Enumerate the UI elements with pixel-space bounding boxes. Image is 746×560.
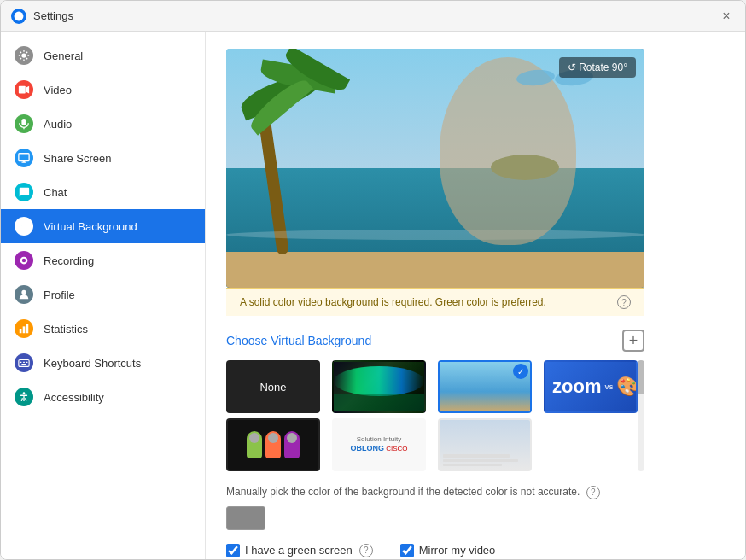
scrollbar-thumb: [638, 360, 644, 394]
cisco-text: Solution IntuityOBLONG CISCO: [350, 435, 407, 454]
green-screen-help-icon[interactable]: ?: [359, 544, 373, 557]
gear-icon: [15, 46, 33, 65]
sidebar-item-profile[interactable]: Profile: [1, 277, 205, 312]
sidebar-label-profile: Profile: [44, 289, 75, 301]
cartoon-fig-1: [247, 431, 262, 458]
sidebar-item-audio[interactable]: Audio: [1, 107, 205, 141]
sidebar-item-share-screen[interactable]: Share Screen: [1, 141, 205, 175]
green-screen-label: I have a green screen: [245, 544, 353, 557]
svg-marker-3: [26, 86, 30, 94]
rotate-button[interactable]: ↺ Rotate 90°: [559, 57, 636, 78]
svg-rect-6: [19, 154, 29, 161]
green-screen-checkbox-label[interactable]: I have a green screen ?: [226, 544, 373, 557]
svg-point-22: [23, 392, 26, 394]
close-button[interactable]: ×: [718, 8, 735, 25]
backgrounds-scrollbar[interactable]: [638, 360, 644, 471]
video-preview: ↺ Rotate 90°: [226, 49, 644, 288]
svg-point-1: [21, 53, 26, 57]
section-header: Choose Virtual Background +: [226, 330, 644, 352]
svg-rect-20: [26, 362, 28, 363]
zoom-bg-content: zoom vs 🎨: [545, 362, 636, 411]
mirror-video-checkbox-label[interactable]: Mirror my video: [400, 544, 496, 557]
main-content: ↺ Rotate 90° A solid color video backgro…: [206, 32, 745, 559]
color-pick-section: Manually pick the color of the backgroun…: [226, 485, 644, 530]
aurora-ground: [334, 394, 424, 411]
svg-point-13: [21, 290, 26, 295]
sidebar-item-chat[interactable]: Chat: [1, 175, 205, 209]
sidebar-item-recording[interactable]: Recording: [1, 243, 205, 277]
sidebar-label-statistics: Statistics: [44, 323, 88, 335]
cartoon-content: [228, 420, 318, 470]
cartoon-figures: [247, 431, 300, 458]
sidebar-label-recording: Recording: [44, 254, 94, 267]
sidebar-label-keyboard-shortcuts: Keyboard Shortcuts: [44, 357, 141, 370]
color-pick-help-icon[interactable]: ?: [586, 486, 600, 499]
app-icon: [11, 9, 26, 24]
sidebar-item-general[interactable]: General: [1, 38, 205, 73]
virtual-bg-icon: [15, 217, 33, 236]
profile-icon: [15, 285, 33, 304]
cartoon-fig-3: [284, 431, 300, 458]
svg-rect-9: [19, 222, 29, 231]
background-cartoon[interactable]: [226, 418, 320, 471]
slack-icon: 🎨: [616, 376, 638, 398]
sidebar: General Video Audio Share Screen: [1, 32, 206, 559]
sidebar-label-video: Video: [44, 84, 72, 96]
checkboxes-row: I have a green screen ? Mirror my video: [226, 544, 725, 557]
cartoon-fig-2: [265, 431, 281, 458]
svg-rect-18: [20, 362, 22, 363]
add-background-button[interactable]: +: [622, 330, 644, 352]
sidebar-item-statistics[interactable]: Statistics: [1, 312, 205, 346]
svg-rect-8: [23, 161, 25, 163]
svg-rect-16: [26, 324, 29, 334]
svg-rect-19: [23, 362, 25, 363]
sidebar-label-audio: Audio: [44, 118, 72, 131]
svg-point-12: [22, 259, 26, 262]
chat-icon: [15, 183, 33, 201]
aurora-effect: [334, 366, 424, 396]
svg-point-0: [15, 11, 24, 20]
background-none-label: None: [259, 381, 286, 394]
backgrounds-grid: None ✓ zoom vs 🎨: [226, 360, 644, 471]
background-office[interactable]: [438, 418, 532, 471]
background-none[interactable]: None: [226, 360, 320, 413]
selected-badge: ✓: [513, 364, 528, 379]
office-text: [443, 454, 527, 466]
share-screen-icon: [15, 149, 33, 167]
content-area: General Video Audio Share Screen: [1, 32, 745, 559]
svg-rect-2: [19, 86, 26, 94]
cartoon-head-3: [287, 433, 297, 443]
titlebar-left: Settings: [11, 9, 73, 24]
settings-window: Settings × General Video: [0, 0, 746, 560]
video-icon: [15, 80, 33, 99]
color-swatch[interactable]: [226, 506, 265, 530]
mirror-video-checkbox[interactable]: [400, 544, 414, 557]
statistics-icon: [15, 319, 33, 338]
preview-background: [226, 49, 644, 288]
svg-rect-21: [21, 364, 26, 365]
section-title: Choose Virtual Background: [226, 334, 371, 347]
background-aurora[interactable]: [332, 360, 426, 413]
cisco-content: Solution IntuityOBLONG CISCO: [334, 420, 424, 470]
mirror-video-label: Mirror my video: [419, 544, 496, 557]
sidebar-label-general: General: [44, 50, 83, 62]
info-banner: A solid color video background is requir…: [226, 288, 644, 316]
sidebar-label-chat: Chat: [44, 186, 67, 199]
zoom-vs-text: vs: [604, 382, 613, 391]
sidebar-item-accessibility[interactable]: Accessibility: [1, 380, 205, 414]
background-cisco[interactable]: Solution IntuityOBLONG CISCO: [332, 418, 426, 471]
color-pick-label: Manually pick the color of the backgroun…: [226, 486, 580, 498]
beach-sand: [226, 252, 644, 288]
cartoon-head-2: [268, 433, 278, 443]
green-screen-checkbox[interactable]: [226, 544, 240, 557]
audio-icon: [15, 114, 33, 133]
sidebar-item-video[interactable]: Video: [1, 73, 205, 107]
sidebar-item-keyboard-shortcuts[interactable]: Keyboard Shortcuts: [1, 346, 205, 380]
background-zoom[interactable]: zoom vs 🎨: [544, 360, 638, 413]
background-beach[interactable]: ✓: [438, 360, 532, 413]
wave-1: [226, 230, 644, 240]
svg-rect-15: [23, 326, 26, 333]
sidebar-item-virtual-background[interactable]: Virtual Background: [1, 209, 205, 243]
info-help-icon[interactable]: ?: [617, 295, 631, 309]
keyboard-icon: [15, 353, 33, 372]
